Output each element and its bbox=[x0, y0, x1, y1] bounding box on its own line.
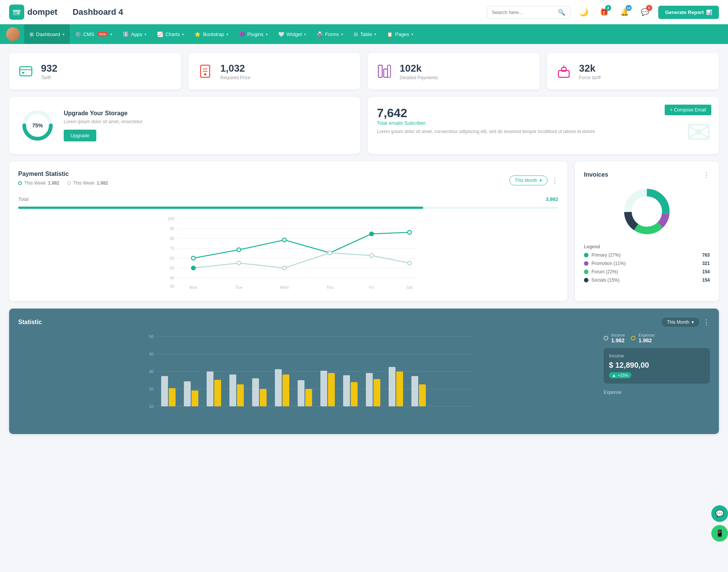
legend-this-week-2: This Week 1.982 bbox=[67, 180, 108, 186]
force-tariff-icon bbox=[555, 62, 573, 80]
legend-promotion: Promotion (11%) 321 bbox=[584, 261, 710, 266]
svg-rect-78 bbox=[298, 380, 304, 406]
svg-rect-77 bbox=[282, 375, 289, 406]
payment-statistic-card: Payment Statistic This Week 1.982 This W… bbox=[9, 161, 567, 301]
nav-item-plugins[interactable]: 💜 Plugins ▾ bbox=[234, 24, 273, 44]
nav-item-pages[interactable]: 📋 Pages ▾ bbox=[381, 24, 419, 44]
svg-rect-89 bbox=[419, 384, 426, 406]
invoices-donut-chart bbox=[620, 185, 673, 238]
nav-item-bootstrap[interactable]: ⭐ Bootstrap ▾ bbox=[189, 24, 234, 44]
svg-rect-88 bbox=[411, 376, 418, 406]
stat-card-tariff: 932 Tariff bbox=[9, 53, 181, 89]
svg-rect-83 bbox=[351, 382, 358, 406]
search-input[interactable] bbox=[492, 9, 555, 15]
svg-text:50: 50 bbox=[170, 266, 174, 270]
svg-rect-87 bbox=[396, 371, 403, 406]
chat-icon[interactable]: 💬 5 bbox=[638, 5, 652, 19]
detailed-payments-number: 102k bbox=[400, 63, 438, 74]
income-item: Income 1.982 bbox=[604, 333, 625, 343]
svg-rect-86 bbox=[389, 367, 395, 406]
svg-rect-70 bbox=[207, 371, 213, 406]
email-count: 7,642 bbox=[377, 106, 710, 120]
search-box[interactable]: 🔍 bbox=[487, 6, 570, 19]
bell-icon[interactable]: 🔔 12 bbox=[617, 5, 632, 19]
required-price-number: 1,032 bbox=[220, 63, 250, 74]
svg-rect-85 bbox=[373, 379, 380, 406]
upgrade-content: Upgrade Your Storage Lorem ipsum dolor s… bbox=[64, 110, 143, 141]
expense-section-label: Expense bbox=[604, 390, 710, 395]
chevron-down-icon: ▾ bbox=[266, 32, 268, 36]
compose-email-button[interactable]: + Compose Email bbox=[665, 105, 711, 115]
svg-rect-67 bbox=[169, 388, 176, 406]
nav-item-charts[interactable]: 📈 Charts ▾ bbox=[152, 24, 189, 44]
svg-rect-66 bbox=[161, 376, 168, 406]
nav-item-widget[interactable]: 🤍 Widget ▾ bbox=[273, 24, 311, 44]
svg-text:Mon: Mon bbox=[189, 285, 197, 290]
chevron-down-icon: ▾ bbox=[692, 320, 694, 325]
income-badge: ▲ +15% bbox=[609, 372, 631, 378]
generate-report-button[interactable]: Generate Report 📊 bbox=[658, 6, 719, 19]
chevron-down-icon: ▾ bbox=[540, 178, 542, 183]
upgrade-button[interactable]: Upgrade bbox=[64, 130, 96, 141]
dashboard-icon: ⊞ bbox=[30, 31, 34, 37]
svg-text:70: 70 bbox=[170, 246, 174, 251]
force-tariff-number: 32k bbox=[579, 63, 601, 74]
detailed-payments-info: 102k Detalled Payments bbox=[400, 63, 438, 80]
statistic-chart-area: 50 40 30 20 10 bbox=[18, 333, 596, 425]
svg-text:Thu: Thu bbox=[326, 285, 334, 290]
detailed-payments-label: Detalled Payments bbox=[400, 75, 438, 80]
email-description: Lorem ipsum dolor sit amet, consectetur … bbox=[377, 129, 710, 134]
email-bg-icon: ✉ bbox=[686, 115, 711, 150]
gift-icon[interactable]: 🎁 2 bbox=[597, 5, 611, 19]
statistic-title: Statistic bbox=[18, 319, 42, 326]
required-price-icon bbox=[196, 62, 214, 80]
main-content: 932 Tariff 1,032 Required Price 102k Det… bbox=[0, 44, 728, 443]
svg-rect-5 bbox=[22, 72, 24, 74]
nav-item-forms[interactable]: 🖨️ Forms ▾ bbox=[311, 24, 348, 44]
chart-totals: Total 3,982 bbox=[18, 196, 558, 202]
stat-cards-row: 932 Tariff 1,032 Required Price 102k Det… bbox=[9, 53, 719, 89]
chevron-down-icon: ▾ bbox=[411, 32, 413, 36]
svg-rect-68 bbox=[184, 381, 191, 406]
this-month-button[interactable]: This Month ▾ bbox=[509, 176, 548, 185]
chevron-down-icon: ▾ bbox=[182, 32, 184, 36]
income-expense-row: Income 1.982 Expense 1.982 bbox=[604, 333, 710, 343]
email-sub-label: Total emails Subcriber. bbox=[377, 120, 710, 126]
invoices-more-button[interactable]: ⋮ bbox=[703, 171, 710, 179]
nav-item-apps[interactable]: ℹ️ Apps ▾ bbox=[118, 24, 152, 44]
svg-rect-3 bbox=[20, 67, 32, 76]
forum-color-dot bbox=[584, 270, 588, 274]
apps-icon: ℹ️ bbox=[123, 31, 129, 37]
nav-item-table[interactable]: ⊟ Table ▾ bbox=[348, 24, 381, 44]
statistic-bottom-row: 50 40 30 20 10 bbox=[18, 333, 710, 425]
storage-donut: 75% bbox=[20, 108, 55, 143]
nav-item-dashboard[interactable]: ⊞ Dashboard ▾ bbox=[24, 24, 70, 44]
header: dompet Dashboard 4 🔍 🌙 🎁 2 🔔 12 💬 5 Gene… bbox=[0, 0, 728, 24]
svg-text:100: 100 bbox=[168, 216, 174, 221]
arrow-up-icon: ▲ bbox=[612, 373, 616, 378]
statistic-this-month-button[interactable]: This Month ▾ bbox=[662, 318, 699, 327]
more-options-button[interactable]: ⋮ bbox=[551, 176, 558, 185]
statistic-more-button[interactable]: ⋮ bbox=[703, 318, 710, 326]
svg-rect-76 bbox=[275, 369, 282, 406]
progress-fill bbox=[18, 207, 423, 209]
total-progress-bar bbox=[18, 207, 558, 209]
svg-rect-79 bbox=[305, 389, 312, 406]
payment-line-chart: 100 90 80 70 60 50 40 30 Mon Tue Wed Thu… bbox=[18, 215, 558, 291]
svg-text:Tue: Tue bbox=[235, 285, 243, 290]
avatar bbox=[6, 27, 20, 41]
pages-icon: 📋 bbox=[387, 31, 393, 37]
required-price-info: 1,032 Required Price bbox=[220, 63, 250, 80]
forms-icon: 🖨️ bbox=[317, 31, 323, 37]
invoices-header: Invoices ⋮ bbox=[584, 171, 710, 179]
svg-rect-73 bbox=[237, 384, 244, 406]
upgrade-description: Lorem ipsum dolor sit amet, onsectetur. bbox=[64, 119, 143, 124]
nav-item-cms[interactable]: ⚙️ CMS New ▾ bbox=[70, 24, 118, 44]
chat-badge: 5 bbox=[646, 5, 652, 11]
moon-icon[interactable]: 🌙 bbox=[576, 5, 591, 19]
svg-text:Wed: Wed bbox=[280, 285, 289, 290]
page-title: Dashboard 4 bbox=[72, 7, 123, 17]
svg-point-39 bbox=[191, 256, 195, 260]
statistic-bar-chart: 50 40 30 20 10 bbox=[18, 333, 596, 424]
header-right: 🔍 🌙 🎁 2 🔔 12 💬 5 Generate Report 📊 bbox=[487, 5, 719, 19]
